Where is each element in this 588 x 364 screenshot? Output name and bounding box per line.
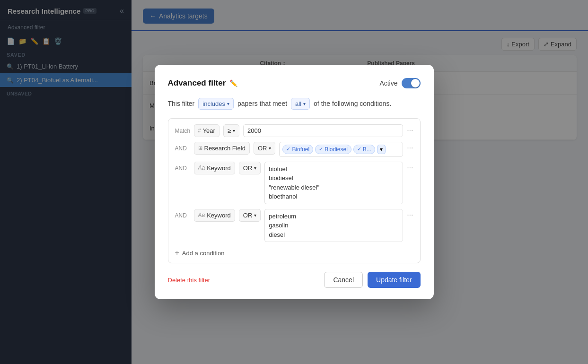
active-label: Active [379,79,397,87]
keyword-operator-arrow-1: ▾ [254,165,256,171]
keyword-operator-select-1[interactable]: OR ▾ [239,162,261,174]
active-toggle[interactable] [402,78,421,88]
year-field-selector[interactable]: # Year [194,124,219,137]
keyword-operator-value-1: OR [243,165,253,172]
all-value: all [295,100,301,107]
tags-dropdown-icon[interactable]: ▾ [377,145,386,154]
year-value-input[interactable] [243,124,403,137]
add-condition-label: Add a condition [182,250,225,257]
keyword-field-selector-2[interactable]: Aa Keyword [194,209,235,222]
year-field-label: Year [203,127,215,134]
research-field-selector[interactable]: ⊞ Research Field [194,142,250,155]
cancel-button[interactable]: Cancel [324,272,363,288]
add-condition-button[interactable]: + Add a condition [175,247,413,257]
add-condition-plus-icon: + [175,249,179,257]
all-arrow-icon: ▾ [303,101,306,106]
and-label-2: AND [175,142,190,152]
match-label: Match [175,124,190,134]
condition-2-more-icon[interactable]: ··· [407,142,413,152]
keyword-input-1[interactable]: biofuel biodiesel "renewable diesel" bio… [264,162,403,204]
papers-label: papers that meet [237,100,287,107]
modal-overlay: Advanced filter ✏️ Active This filter in… [0,0,588,364]
year-operator-arrow-icon: ▾ [233,128,235,133]
includes-arrow-icon: ▾ [227,101,229,106]
research-field-operator-value: OR [258,145,267,152]
includes-value: includes [202,100,225,107]
condition-1-more-icon[interactable]: ··· [407,124,413,135]
tag-more[interactable]: ✓ B... [353,145,375,154]
modal-title: Advanced filter [168,78,226,88]
research-field-operator-select[interactable]: OR ▾ [254,142,276,155]
and-label-3: AND [175,162,190,172]
filter-sentence: This filter includes ▾ papers that meet … [168,98,421,110]
keyword-field-icon-2: Aa [198,212,205,218]
footer-buttons: Cancel Update filter [324,272,420,288]
condition-row-3: AND Aa Keyword OR ▾ biofuel biodiesel "r… [175,162,413,204]
active-toggle-row: Active [379,78,420,88]
modal-header: Advanced filter ✏️ Active [168,78,421,88]
modal-footer: Delete this filter Cancel Update filter [168,272,421,288]
condition-3-more-icon[interactable]: ··· [407,162,413,172]
research-field-tags: ✓ Biofuel ✓ Biodiesel ✓ B... ▾ [279,142,403,157]
filter-prefix: This filter [168,100,195,107]
keyword-field-icon-1: Aa [198,165,205,171]
delete-filter-link[interactable]: Delete this filter [168,277,211,284]
all-select[interactable]: all ▾ [291,98,310,110]
research-field-icon: ⊞ [198,145,202,151]
keyword-operator-arrow-2: ▾ [254,213,256,218]
modal-title-row: Advanced filter ✏️ [168,78,238,88]
advanced-filter-modal: Advanced filter ✏️ Active This filter in… [155,65,434,300]
update-filter-button[interactable]: Update filter [368,272,420,288]
tag-biofuel[interactable]: ✓ Biofuel [282,145,313,154]
year-operator-value: ≥ [228,127,231,134]
condition-row-1: Match # Year ≥ ▾ ··· [175,124,413,137]
condition-row-2: AND ⊞ Research Field OR ▾ ✓ Biofuel ✓ [175,142,413,157]
keyword-field-label-2: Keyword [207,212,231,219]
keyword-input-2[interactable]: petroleum gasolin diesel [264,209,403,243]
edit-title-icon[interactable]: ✏️ [229,79,237,87]
keyword-field-selector-1[interactable]: Aa Keyword [194,162,235,174]
research-field-operator-arrow: ▾ [269,146,271,151]
includes-select[interactable]: includes ▾ [198,98,234,110]
condition-row-4: AND Aa Keyword OR ▾ petroleum gasolin di… [175,209,413,243]
conditions-box: Match # Year ≥ ▾ ··· AND ⊞ Research Fiel… [168,118,421,264]
keyword-operator-value-2: OR [243,212,253,219]
and-label-4: AND [175,209,190,219]
filter-suffix: of the following conditions. [314,100,391,107]
keyword-field-label-1: Keyword [207,165,231,172]
condition-4-more-icon[interactable]: ··· [407,209,413,219]
year-operator-select[interactable]: ≥ ▾ [223,124,239,137]
year-field-icon: # [198,128,201,133]
research-field-label: Research Field [204,145,246,152]
keyword-operator-select-2[interactable]: OR ▾ [239,209,261,222]
tag-biodiesel[interactable]: ✓ Biodiesel [315,145,351,154]
